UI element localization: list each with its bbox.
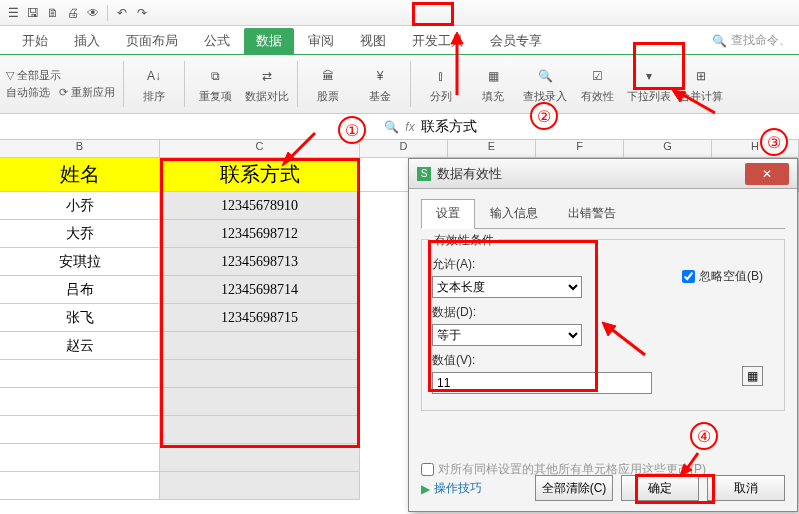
find-entry-button[interactable]: 🔍查找录入 <box>523 65 567 104</box>
menu-icon[interactable]: ☰ <box>4 4 22 22</box>
tab-layout[interactable]: 页面布局 <box>114 28 190 54</box>
tab-review[interactable]: 审阅 <box>296 28 346 54</box>
preview-icon[interactable]: 👁 <box>84 4 102 22</box>
col-h[interactable]: H <box>712 140 799 157</box>
duplicates-icon: ⧉ <box>203 65 227 87</box>
app-icon: S <box>417 167 431 181</box>
ribbon-tabs: 开始 插入 页面布局 公式 数据 审阅 视图 开发工具 会员专享 🔍 查找命令、 <box>0 26 799 54</box>
stock-icon: 🏛 <box>316 65 340 87</box>
fill-icon: ▦ <box>481 65 505 87</box>
split-button[interactable]: ⫿分列 <box>419 65 463 104</box>
ignore-blank-checkbox[interactable]: 忽略空值(B) <box>682 268 763 285</box>
cell[interactable]: 12345678910 <box>160 192 360 220</box>
allow-select[interactable]: 文本长度 <box>432 276 582 298</box>
data-label: 数据(D): <box>432 304 652 321</box>
duplicates-button[interactable]: ⧉重复项 <box>193 65 237 104</box>
tab-start[interactable]: 开始 <box>10 28 60 54</box>
command-search[interactable]: 🔍 查找命令、 <box>712 32 791 49</box>
tab-view[interactable]: 视图 <box>348 28 398 54</box>
cell[interactable]: 12345698712 <box>160 220 360 248</box>
undo-icon[interactable]: ↶ <box>113 4 131 22</box>
compare-button[interactable]: ⇄数据对比 <box>245 65 289 104</box>
cell[interactable]: 12345698714 <box>160 276 360 304</box>
cell[interactable]: 吕布 <box>0 276 160 304</box>
cell[interactable] <box>0 416 160 444</box>
reapply-icon[interactable]: ⟳ <box>59 86 68 99</box>
save-icon[interactable]: 🖫 <box>24 4 42 22</box>
cell[interactable] <box>160 360 360 388</box>
fund-button[interactable]: ¥基金 <box>358 65 402 104</box>
tips-link[interactable]: ▶操作技巧 <box>421 480 482 497</box>
tab-vip[interactable]: 会员专享 <box>478 28 554 54</box>
cell[interactable] <box>0 472 160 500</box>
ok-button[interactable]: 确定 <box>621 475 699 501</box>
formula-bar: 🔍 fx <box>0 114 799 140</box>
validity-conditions: 有效性条件 允许(A): 文本长度 数据(D): 等于 数值(V): <box>421 239 785 411</box>
header-contact[interactable]: 联系方式 <box>160 158 360 192</box>
col-e[interactable]: E <box>448 140 536 157</box>
cell[interactable] <box>160 332 360 360</box>
dtab-error[interactable]: 出错警告 <box>553 199 631 228</box>
tab-insert[interactable]: 插入 <box>62 28 112 54</box>
cell[interactable] <box>0 388 160 416</box>
dtab-settings[interactable]: 设置 <box>421 199 475 229</box>
validity-icon: ☑ <box>585 65 609 87</box>
col-f[interactable]: F <box>536 140 624 157</box>
cell[interactable] <box>160 416 360 444</box>
cell[interactable]: 大乔 <box>0 220 160 248</box>
fill-button[interactable]: ▦填充 <box>471 65 515 104</box>
data-select[interactable]: 等于 <box>432 324 582 346</box>
cell[interactable] <box>0 444 160 472</box>
cell[interactable]: 张飞 <box>0 304 160 332</box>
funnel-icon[interactable]: ▽ <box>6 69 14 82</box>
dialog-title: 数据有效性 <box>437 165 739 183</box>
merge-calc-button[interactable]: ⊞合并计算 <box>679 65 723 104</box>
redo-icon[interactable]: ↷ <box>133 4 151 22</box>
cell[interactable] <box>160 444 360 472</box>
sort-icon: A↓ <box>142 65 166 87</box>
cell[interactable]: 12345698713 <box>160 248 360 276</box>
merge-icon: ⊞ <box>689 65 713 87</box>
cell[interactable] <box>160 388 360 416</box>
cell[interactable]: 安琪拉 <box>0 248 160 276</box>
sort-button[interactable]: A↓排序 <box>132 65 176 104</box>
print-icon[interactable]: 🖨 <box>64 4 82 22</box>
col-g[interactable]: G <box>624 140 712 157</box>
cell[interactable]: 小乔 <box>0 192 160 220</box>
clear-all-button[interactable]: 全部清除(C) <box>535 475 613 501</box>
cell[interactable]: 赵云 <box>0 332 160 360</box>
tab-data[interactable]: 数据 <box>244 28 294 54</box>
quick-access-toolbar: ☰ 🖫 🗎 🖨 👁 ↶ ↷ <box>0 0 799 26</box>
stock-button[interactable]: 🏛股票 <box>306 65 350 104</box>
close-button[interactable]: ✕ <box>745 163 789 185</box>
formula-input[interactable] <box>421 119 795 135</box>
cell[interactable] <box>160 472 360 500</box>
cancel-button[interactable]: 取消 <box>707 475 785 501</box>
fx-icon[interactable]: fx <box>405 120 414 134</box>
col-b[interactable]: B <box>0 140 160 157</box>
pulldown-button[interactable]: ▾下拉列表 <box>627 65 671 104</box>
save-as-icon[interactable]: 🗎 <box>44 4 62 22</box>
dialog-titlebar[interactable]: S 数据有效性 ✕ <box>409 159 797 189</box>
pulldown-icon: ▾ <box>637 65 661 87</box>
tab-formula[interactable]: 公式 <box>192 28 242 54</box>
split-icon: ⫿ <box>429 65 453 87</box>
value-input[interactable] <box>432 372 652 394</box>
search-icon: 🔍 <box>712 34 727 48</box>
validity-button[interactable]: ☑有效性 <box>575 65 619 104</box>
cell[interactable]: 12345698715 <box>160 304 360 332</box>
name-box[interactable] <box>4 119 378 135</box>
dialog-tabs: 设置 输入信息 出错警告 <box>421 199 785 229</box>
filter-group: ▽全部显示 自动筛选 ⟳重新应用 <box>6 68 115 100</box>
cell[interactable] <box>0 360 160 388</box>
tab-dev[interactable]: 开发工具 <box>400 28 476 54</box>
col-d[interactable]: D <box>360 140 448 157</box>
col-c[interactable]: C <box>160 140 360 157</box>
data-validity-dialog: S 数据有效性 ✕ 设置 输入信息 出错警告 有效性条件 允许(A): 文本长度… <box>408 158 798 512</box>
allow-label: 允许(A): <box>432 256 652 273</box>
header-name[interactable]: 姓名 <box>0 158 160 192</box>
dtab-input[interactable]: 输入信息 <box>475 199 553 228</box>
collapse-icon[interactable]: 🔍 <box>384 120 399 134</box>
value-label: 数值(V): <box>432 352 652 369</box>
range-picker-icon[interactable]: ▦ <box>742 366 763 386</box>
